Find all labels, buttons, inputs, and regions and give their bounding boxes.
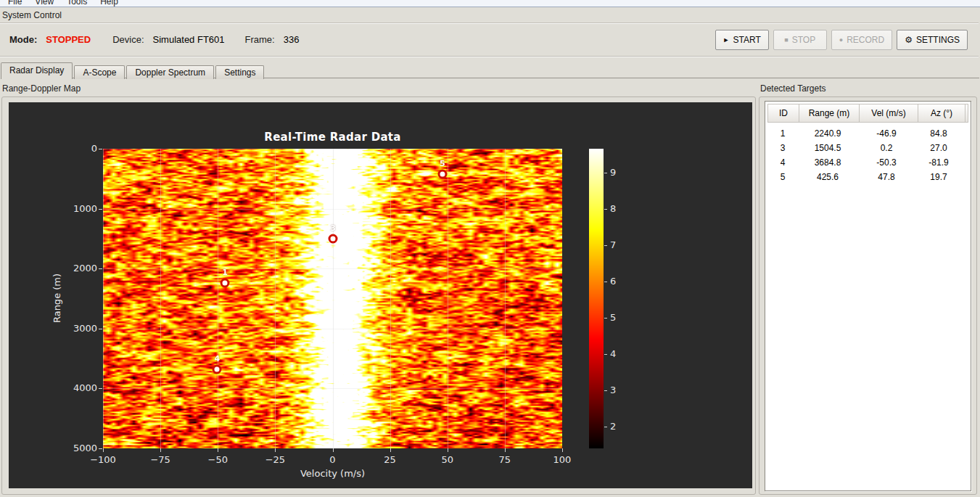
- colorbar-tick-label: 9: [610, 167, 635, 178]
- cell-id: 1: [767, 126, 798, 141]
- target-marker-label: 3: [330, 223, 336, 233]
- y-tick-mark: [99, 268, 102, 269]
- frame-label: Frame:: [245, 34, 275, 45]
- y-tick-label: 2000: [51, 263, 97, 274]
- cell-vel-m-s: 0.2: [857, 141, 915, 155]
- x-tick-mark: [218, 448, 218, 452]
- y-tick-mark: [99, 388, 102, 389]
- y-tick-mark: [99, 149, 102, 149]
- button-label: SETTINGS: [916, 35, 960, 45]
- x-axis-label: Velocity (m/s): [103, 468, 562, 479]
- settings-button[interactable]: ⚙SETTINGS: [897, 30, 968, 50]
- cell-id: 4: [767, 155, 798, 170]
- x-tick-label: −25: [250, 454, 300, 465]
- button-label: RECORD: [847, 35, 884, 45]
- start-button[interactable]: ►START: [715, 30, 769, 50]
- y-axis-label: Range (m): [52, 274, 62, 323]
- menu-view[interactable]: View: [28, 0, 60, 7]
- colorbar-tick-mark: [604, 245, 607, 246]
- heatmap-canvas: [103, 149, 562, 448]
- colorbar-tick-label: 2: [610, 421, 635, 432]
- menu-bar: FileViewToolsHelp: [0, 0, 980, 7]
- column-header-vel-m-s[interactable]: Vel (m/s): [860, 104, 918, 122]
- table-header-row: IDRange (m)Vel (m/s)Az (°): [767, 104, 968, 123]
- cell-vel-m-s: -46.9: [857, 126, 915, 141]
- colorbar-tick-mark: [604, 427, 607, 427]
- menu-tools[interactable]: Tools: [60, 0, 94, 7]
- system-control-title: System Control: [2, 10, 62, 20]
- table-row[interactable]: 31504.50.227.0: [767, 141, 968, 155]
- record-button[interactable]: ●RECORD: [831, 30, 892, 50]
- button-label: START: [733, 35, 761, 45]
- range-doppler-plot: Real-Time Radar Data Velocity (m/s) Rang…: [9, 102, 752, 488]
- app-window: { "menu_bar": { "items": ["File", "View"…: [0, 0, 980, 497]
- cell-id: 3: [767, 141, 798, 155]
- cell-range-m: 1504.5: [798, 141, 857, 155]
- x-tick-label: −50: [192, 454, 243, 465]
- targets-table-panel: IDRange (m)Vel (m/s)Az (°) 12240.9-46.98…: [765, 101, 971, 491]
- tab-radar-display[interactable]: Radar Display: [1, 62, 73, 79]
- target-marker-3: [329, 234, 338, 244]
- cell-vel-m-s: -50.3: [857, 155, 915, 170]
- y-tick-mark: [99, 329, 102, 329]
- y-tick-mark: [99, 209, 102, 210]
- tab-doppler-spectrum[interactable]: Doppler Spectrum: [126, 65, 214, 79]
- target-marker-label: 5: [440, 159, 445, 168]
- cell-range-m: 2240.9: [798, 126, 857, 141]
- cell-az: 19.7: [915, 170, 962, 184]
- table-row[interactable]: 12240.9-46.984.8: [767, 126, 968, 141]
- device-label: Device:: [112, 34, 144, 45]
- status-row: Mode: STOPPED Device: Simulated FT601 Fr…: [0, 23, 299, 56]
- x-tick-mark: [505, 448, 506, 452]
- cell-filler: [962, 155, 968, 170]
- y-tick-label: 0: [51, 143, 97, 154]
- y-tick-label: 4000: [51, 382, 97, 393]
- colorbar-tick-label: 6: [610, 276, 635, 287]
- tab-a-scope[interactable]: A-Scope: [74, 65, 125, 79]
- device-value: Simulated FT601: [153, 34, 225, 45]
- colorbar-tick-mark: [604, 173, 607, 173]
- column-header-filler: [965, 104, 968, 122]
- colorbar-tick-mark: [604, 282, 607, 282]
- system-control-frame: Mode: STOPPED Device: Simulated FT601 Fr…: [0, 22, 979, 57]
- range-doppler-map-title: Range-Doppler Map: [2, 83, 81, 94]
- target-marker-5: [437, 170, 447, 179]
- column-header-id[interactable]: ID: [768, 104, 799, 122]
- target-marker-1: [221, 279, 230, 288]
- column-header-az[interactable]: Az (°): [918, 104, 965, 122]
- x-tick-mark: [333, 448, 334, 452]
- cell-range-m: 3684.8: [798, 155, 857, 170]
- menu-file[interactable]: File: [1, 0, 28, 7]
- colorbar-tick-mark: [604, 354, 607, 355]
- cell-filler: [962, 170, 968, 184]
- x-tick-mark: [160, 448, 161, 452]
- y-tick-mark: [99, 448, 102, 449]
- x-tick-mark: [103, 448, 104, 452]
- cell-filler: [962, 126, 968, 141]
- button-label: STOP: [792, 35, 815, 45]
- x-tick-mark: [390, 448, 391, 452]
- target-marker-4: [213, 365, 222, 374]
- y-tick-label: 1000: [51, 203, 97, 214]
- mode-value: STOPPED: [46, 34, 91, 45]
- detected-targets-title: Detected Targets: [760, 83, 826, 94]
- stop-button[interactable]: ■STOP: [773, 30, 827, 50]
- target-marker-label: 1: [222, 268, 228, 277]
- detected-targets-groupbox: IDRange (m)Vel (m/s)Az (°) 12240.9-46.98…: [759, 96, 977, 495]
- x-tick-label: 100: [537, 454, 588, 465]
- y-tick-label: 3000: [51, 323, 97, 334]
- cell-vel-m-s: 47.8: [857, 170, 915, 184]
- cell-filler: [962, 141, 968, 155]
- cell-az: 27.0: [915, 141, 962, 155]
- table-row[interactable]: 43684.8-50.3-81.9: [767, 155, 968, 170]
- x-tick-label: 0: [308, 454, 358, 465]
- y-tick-label: 5000: [51, 443, 97, 453]
- table-row[interactable]: 5425.647.819.7: [767, 170, 968, 184]
- record-icon: ●: [839, 37, 843, 44]
- gear-icon: ⚙: [905, 36, 913, 44]
- menu-help[interactable]: Help: [94, 0, 125, 7]
- x-tick-label: 75: [479, 454, 530, 465]
- colorbar-tick-mark: [604, 390, 607, 391]
- tab-settings[interactable]: Settings: [215, 65, 264, 79]
- column-header-range-m[interactable]: Range (m): [799, 104, 860, 122]
